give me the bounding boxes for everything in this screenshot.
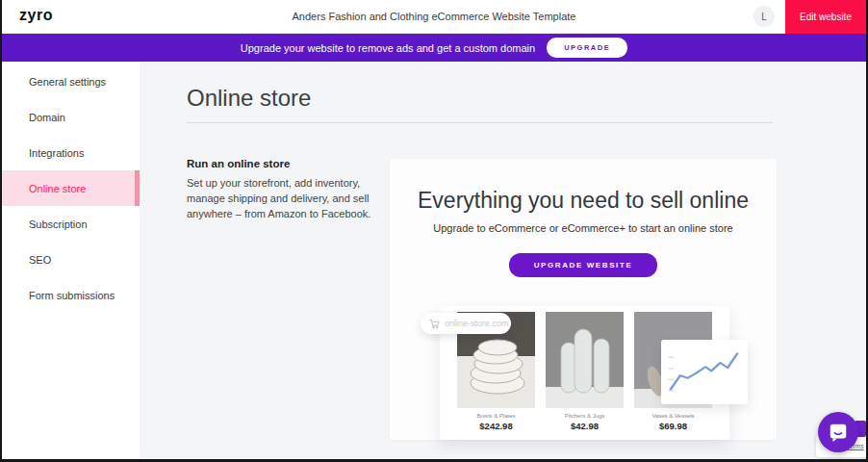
sidebar-item-general-settings[interactable]: General settings [2, 64, 140, 99]
product-name: Pitchers & Jugs [565, 413, 605, 419]
upgrade-banner-button[interactable]: UPGRADE [547, 38, 627, 58]
sidebar-item-subscription[interactable]: Subscription [2, 206, 140, 242]
product-price: $242.98 [479, 421, 512, 431]
zyro-logo[interactable]: zyro [19, 7, 53, 24]
cart-icon [429, 319, 440, 329]
top-bar: zyro Anders Fashion and Clothing eCommer… [2, 0, 866, 34]
sales-chart [667, 347, 741, 398]
intro-heading: Run an online store [187, 158, 391, 169]
upsell-title: Everything you need to sell online [390, 188, 777, 214]
product-price: $69.98 [659, 421, 687, 431]
product-name: Vases & Vessels [651, 413, 694, 419]
mini-chart-line [671, 353, 737, 389]
product-card: Pitchers & Jugs $42.98 [546, 312, 624, 440]
main-content: Online store Run an online store Set up … [140, 62, 866, 459]
upgrade-banner: Upgrade your website to remove ads and g… [2, 34, 866, 62]
user-avatar[interactable]: L [753, 6, 775, 27]
upgrade-banner-text: Upgrade your website to remove ads and g… [241, 42, 535, 54]
chat-bubble-icon [828, 422, 849, 443]
intro-text-block: Run an online store Set up your storefro… [187, 158, 391, 222]
upsell-panel: Everything you need to sell online Upgra… [390, 159, 777, 440]
sidebar-item-integrations[interactable]: Integrations [2, 135, 140, 170]
sidebar-item-online-store[interactable]: Online store [2, 170, 140, 206]
store-url-text: online-store.com [445, 319, 509, 328]
product-price: $42.98 [571, 421, 599, 431]
store-url-pill: online-store.com [421, 313, 511, 334]
product-image-pitchers [546, 312, 624, 408]
upgrade-website-button[interactable]: UPGRADE WEBSITE [509, 253, 658, 277]
upsell-subtitle: Upgrade to eCommerce or eCommerce+ to st… [390, 222, 777, 234]
sidebar-item-form-submissions[interactable]: Form submissions [2, 277, 140, 313]
edit-website-button[interactable]: Edit website [785, 0, 866, 34]
chat-widget-button[interactable] [818, 412, 858, 452]
sales-chart-card [661, 340, 748, 404]
app-window: zyro Anders Fashion and Clothing eCommer… [0, 0, 868, 462]
sidebar-item-seo[interactable]: SEO [2, 242, 140, 277]
settings-sidebar: General settings Domain Integrations Onl… [2, 62, 140, 459]
site-title: Anders Fashion and Clothing eCommerce We… [2, 11, 866, 22]
title-divider [187, 122, 773, 123]
page-title: Online store [187, 85, 311, 112]
intro-description: Set up your storefront, add inventory, m… [187, 176, 391, 222]
product-name: Bowls & Plates [476, 413, 515, 419]
sidebar-item-domain[interactable]: Domain [2, 99, 140, 135]
